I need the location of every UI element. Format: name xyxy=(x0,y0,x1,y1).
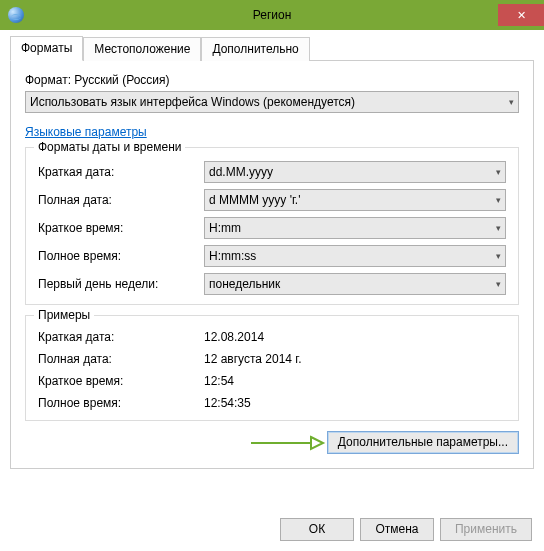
svg-marker-1 xyxy=(311,437,323,449)
cancel-button[interactable]: Отмена xyxy=(360,518,434,541)
format-label: Формат: Русский (Россия) xyxy=(25,73,519,87)
long-date-select[interactable]: d MMMM yyyy 'г.'▾ xyxy=(204,189,506,211)
tab-label: Дополнительно xyxy=(212,42,298,56)
field-label: Полная дата: xyxy=(38,193,204,207)
field-label: Полное время: xyxy=(38,249,204,263)
chevron-down-icon: ▾ xyxy=(496,167,501,177)
row-short-time: Краткое время: H:mm▾ xyxy=(38,214,506,242)
button-label: ОК xyxy=(309,522,325,536)
button-label: Применить xyxy=(455,522,517,536)
short-date-select[interactable]: dd.MM.yyyy▾ xyxy=(204,161,506,183)
select-value: dd.MM.yyyy xyxy=(209,165,496,179)
window-title: Регион xyxy=(0,8,544,22)
additional-row: Дополнительные параметры... xyxy=(25,431,519,454)
format-select-value: Использовать язык интерфейса Windows (ре… xyxy=(30,95,509,109)
field-label: Краткое время: xyxy=(38,221,204,235)
button-label: Дополнительные параметры... xyxy=(338,435,508,449)
language-settings-link[interactable]: Языковые параметры xyxy=(25,125,147,139)
example-row: Краткая дата: 12.08.2014 xyxy=(38,326,506,348)
example-value: 12:54:35 xyxy=(204,396,506,410)
tab-formats[interactable]: Форматы xyxy=(10,36,83,61)
examples-group: Примеры Краткая дата: 12.08.2014 Полная … xyxy=(25,315,519,421)
additional-settings-button[interactable]: Дополнительные параметры... xyxy=(327,431,519,454)
apply-button[interactable]: Применить xyxy=(440,518,532,541)
example-row: Полное время: 12:54:35 xyxy=(38,392,506,414)
tab-panel-formats: Формат: Русский (Россия) Использовать яз… xyxy=(10,61,534,469)
chevron-down-icon: ▾ xyxy=(496,251,501,261)
row-long-date: Полная дата: d MMMM yyyy 'г.'▾ xyxy=(38,186,506,214)
chevron-down-icon: ▾ xyxy=(509,97,514,107)
button-label: Отмена xyxy=(375,522,418,536)
tab-label: Форматы xyxy=(21,41,72,55)
close-button[interactable] xyxy=(498,4,544,26)
example-value: 12.08.2014 xyxy=(204,330,506,344)
field-label: Первый день недели: xyxy=(38,277,204,291)
field-label: Полная дата: xyxy=(38,352,204,366)
tab-strip: Форматы Местоположение Дополнительно xyxy=(10,36,534,61)
tab-label: Местоположение xyxy=(94,42,190,56)
field-label: Полное время: xyxy=(38,396,204,410)
client-area: Форматы Местоположение Дополнительно Фор… xyxy=(0,30,544,551)
row-long-time: Полное время: H:mm:ss▾ xyxy=(38,242,506,270)
example-value: 12:54 xyxy=(204,374,506,388)
format-select[interactable]: Использовать язык интерфейса Windows (ре… xyxy=(25,91,519,113)
tab-location[interactable]: Местоположение xyxy=(83,37,201,61)
example-value: 12 августа 2014 г. xyxy=(204,352,506,366)
ok-button[interactable]: ОК xyxy=(280,518,354,541)
group-legend: Примеры xyxy=(34,308,94,322)
arrow-annotation-icon xyxy=(247,433,327,453)
field-label: Краткая дата: xyxy=(38,165,204,179)
select-value: H:mm xyxy=(209,221,496,235)
select-value: d MMMM yyyy 'г.' xyxy=(209,193,496,207)
datetime-formats-group: Форматы даты и времени Краткая дата: dd.… xyxy=(25,147,519,305)
chevron-down-icon: ▾ xyxy=(496,223,501,233)
chevron-down-icon: ▾ xyxy=(496,279,501,289)
field-label: Краткое время: xyxy=(38,374,204,388)
field-label: Краткая дата: xyxy=(38,330,204,344)
titlebar: Регион xyxy=(0,0,544,30)
globe-icon xyxy=(8,7,24,23)
select-value: H:mm:ss xyxy=(209,249,496,263)
row-short-date: Краткая дата: dd.MM.yyyy▾ xyxy=(38,158,506,186)
tab-advanced[interactable]: Дополнительно xyxy=(201,37,309,61)
chevron-down-icon: ▾ xyxy=(496,195,501,205)
dialog-footer: ОК Отмена Применить xyxy=(10,508,534,541)
first-day-select[interactable]: понедельник▾ xyxy=(204,273,506,295)
long-time-select[interactable]: H:mm:ss▾ xyxy=(204,245,506,267)
row-first-day: Первый день недели: понедельник▾ xyxy=(38,270,506,298)
example-row: Краткое время: 12:54 xyxy=(38,370,506,392)
select-value: понедельник xyxy=(209,277,496,291)
example-row: Полная дата: 12 августа 2014 г. xyxy=(38,348,506,370)
short-time-select[interactable]: H:mm▾ xyxy=(204,217,506,239)
region-window: Регион Форматы Местоположение Дополнител… xyxy=(0,0,544,551)
group-legend: Форматы даты и времени xyxy=(34,140,185,154)
